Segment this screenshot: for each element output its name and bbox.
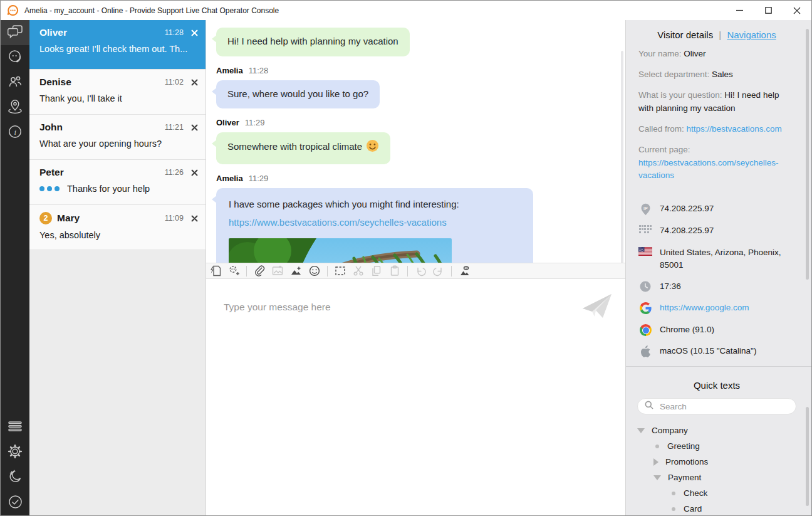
visitors-icon: [8, 75, 23, 91]
header-separator: |: [719, 29, 721, 40]
send-plane-icon[interactable]: [581, 293, 613, 323]
message-header: Amelia11:28: [216, 66, 610, 75]
close-chat-icon[interactable]: [191, 124, 198, 131]
nav-menu[interactable]: [1, 415, 29, 440]
called-from-link[interactable]: https://bestvacations.com: [687, 124, 782, 134]
close-button[interactable]: [783, 1, 811, 20]
window-controls: [725, 1, 811, 20]
screen-view-icon[interactable]: [459, 265, 471, 276]
nav-rail: i: [1, 20, 29, 515]
attach-file-icon[interactable]: [254, 265, 265, 276]
info-row-os: macOS (10.15 "Catalina"): [638, 345, 795, 357]
info-row-hostname: 74.208.225.97: [638, 224, 795, 237]
expanded-triangle-icon: [637, 428, 645, 433]
chat-name: Peter: [39, 167, 64, 178]
select-area-icon[interactable]: [335, 265, 346, 276]
nav-night-mode[interactable]: [1, 465, 29, 490]
info-row-referrer: https://www.google.com: [638, 302, 795, 314]
invite-operator-icon[interactable]: [228, 265, 239, 276]
search-input[interactable]: [658, 401, 789, 412]
visitor-message-bubble: Somewhere with tropical climate: [216, 132, 390, 164]
chat-list-item-peter[interactable]: Peter 11:26 Thanks for your help: [29, 160, 206, 205]
minimize-button[interactable]: [725, 1, 754, 20]
navigations-link[interactable]: Navigations: [727, 29, 776, 40]
nav-visitors[interactable]: [1, 70, 29, 95]
collapsed-triangle-icon: [653, 458, 658, 466]
send-image-icon[interactable]: [290, 265, 302, 276]
upload-image-icon[interactable]: [272, 265, 283, 276]
copy-icon[interactable]: [371, 265, 382, 276]
nav-spacer: [1, 145, 29, 415]
bullet-icon: [672, 507, 675, 511]
package-link[interactable]: https://www.bestvacations.com/seychelles…: [229, 216, 447, 230]
message-input[interactable]: [206, 279, 625, 515]
close-chat-icon[interactable]: [191, 169, 198, 176]
info-row-browser: Chrome (91.0): [638, 324, 795, 336]
night-mode-icon: [8, 469, 23, 487]
tree-item-greeting[interactable]: Greeting: [637, 438, 796, 454]
visitor-field-name: Your name: Oliver: [638, 48, 795, 61]
chat-list-item-john[interactable]: John 11:21 What are your opening hours?: [29, 115, 206, 160]
close-chat-icon[interactable]: [191, 29, 198, 36]
nav-online-status[interactable]: [1, 490, 29, 515]
close-chat-icon[interactable]: [191, 79, 198, 86]
visitor-details-title: Visitor details: [657, 29, 713, 40]
chat-list-item-mary[interactable]: 2 Mary 11:09 Yes, absolutely: [29, 205, 206, 250]
redo-icon[interactable]: [433, 265, 444, 276]
chat-preview: Yes, absolutely: [39, 230, 198, 240]
toolbar-separator: [407, 266, 408, 276]
tree-item-company[interactable]: Company: [637, 423, 796, 438]
search-icon: [645, 401, 653, 412]
nav-settings[interactable]: [1, 440, 29, 465]
visitor-field-department: Select department: Sales: [638, 68, 795, 82]
chat-preview: Looks great! I'll check them out. Th...: [39, 44, 198, 54]
hostname-icon: [638, 225, 652, 234]
undo-icon[interactable]: [415, 265, 426, 276]
nav-info[interactable]: i: [1, 120, 29, 145]
tree-item-check[interactable]: Check: [637, 485, 796, 501]
chrome-icon: [638, 324, 652, 336]
quick-text-icon[interactable]: [211, 265, 221, 276]
chat-time: 11:28: [165, 28, 184, 37]
cut-icon[interactable]: [353, 265, 364, 276]
emoji-icon[interactable]: [309, 265, 320, 276]
quick-texts-scrollbar[interactable]: [806, 407, 809, 506]
nav-geo-location[interactable]: [1, 95, 29, 120]
apple-icon: [638, 345, 652, 357]
chat-name: Denise: [39, 76, 71, 88]
visitor-details-scrollbar[interactable]: [806, 29, 809, 280]
app-logo-icon: [7, 4, 19, 16]
nav-operators[interactable]: [1, 45, 29, 70]
toolbar-separator: [327, 266, 328, 276]
operator-card-message-bubble: I have some packages which you might fin…: [216, 188, 533, 263]
chat-name: Oliver: [39, 27, 67, 38]
referrer-link[interactable]: https://www.google.com: [660, 302, 749, 314]
window-title: Amelia - my_account - Online - Provide S…: [24, 6, 279, 15]
maximize-button[interactable]: [754, 1, 783, 20]
chat-list-item-denise[interactable]: Denise 11:02 Thank you, I'll take it: [29, 70, 206, 115]
chat-time: 11:26: [165, 168, 184, 177]
chat-time: 11:02: [165, 78, 184, 87]
unread-count-badge: 2: [39, 212, 52, 224]
chat-time: 11:21: [165, 123, 184, 132]
message-sender: Amelia: [216, 66, 243, 75]
nav-chats[interactable]: [1, 20, 29, 45]
chat-list-empty-area: [29, 250, 206, 515]
paste-icon[interactable]: [389, 265, 400, 276]
visitor-field-question: What is your question: Hi! I need help w…: [638, 89, 795, 115]
chat-preview: Thanks for your help: [67, 184, 150, 194]
message-time: 11:29: [249, 174, 269, 183]
info-row-local-time: 17:36: [638, 280, 795, 293]
tree-item-payment[interactable]: Payment: [637, 470, 796, 485]
bullet-icon: [672, 492, 675, 495]
close-chat-icon[interactable]: [191, 215, 198, 222]
toolbar-separator: [246, 266, 247, 276]
tree-item-card[interactable]: Card: [637, 501, 796, 516]
message-header: Amelia11:29: [216, 174, 610, 183]
chat-preview: Thank you, I'll take it: [39, 93, 198, 103]
chat-list-item-oliver[interactable]: Oliver 11:28 Looks great! I'll check the…: [29, 20, 206, 70]
current-page-link[interactable]: https://bestvacations.com/seychelles-vac…: [638, 158, 779, 181]
operator-message-bubble: Sure, where would you like to go?: [216, 80, 380, 109]
tree-item-promotions[interactable]: Promotions: [637, 454, 796, 470]
messages-scrollbar[interactable]: [621, 51, 623, 263]
